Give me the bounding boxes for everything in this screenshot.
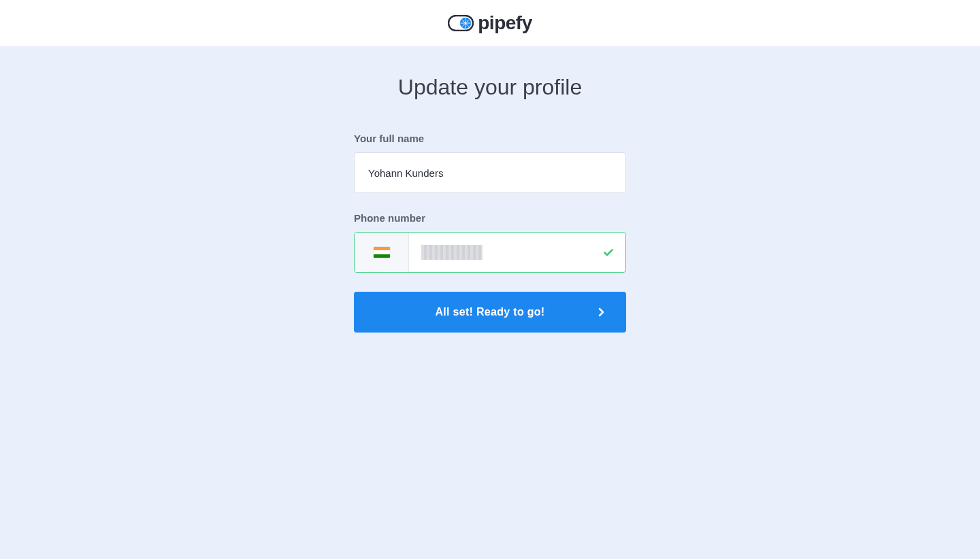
header: pipefy [0,0,980,46]
submit-button-label: All set! Ready to go! [436,306,545,318]
phone-value-redacted [421,245,483,260]
phone-group: Phone number [354,212,626,273]
country-flag-selector[interactable] [355,233,409,272]
pipefy-logo-icon [448,15,474,31]
phone-label: Phone number [354,212,626,224]
profile-form: Your full name Phone number [354,133,626,333]
full-name-label: Your full name [354,133,626,144]
submit-button[interactable]: All set! Ready to go! [354,292,626,333]
india-flag-icon [374,247,390,258]
check-icon [591,247,625,258]
chevron-right-icon [598,307,604,317]
main-content: Update your profile Your full name Phone… [0,46,980,559]
brand-text: pipefy [478,12,532,34]
phone-input[interactable] [409,245,591,260]
full-name-input[interactable] [354,152,626,193]
full-name-group: Your full name [354,133,626,193]
phone-input-wrap [354,232,626,273]
brand-logo: pipefy [448,12,532,34]
page-title: Update your profile [0,75,980,100]
